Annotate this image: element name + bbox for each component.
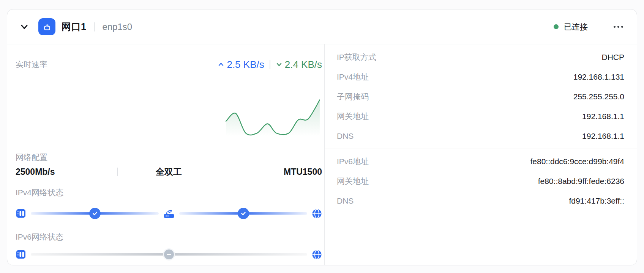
- detail-label: IPv6地址: [337, 156, 369, 167]
- detail-label: IPv4地址: [337, 72, 369, 82]
- chevron-down-icon: [19, 22, 29, 32]
- interface-title: 网口1: [62, 20, 86, 33]
- detail-value: 192.168.1.1: [582, 112, 624, 121]
- ethernet-port-icon: [38, 18, 55, 35]
- detail-value: fe80::ddc6:9cce:d99b:49f4: [530, 157, 624, 166]
- detail-row: 子网掩码 255.255.255.0: [325, 87, 637, 107]
- router-icon: [163, 208, 175, 219]
- chevron-up-icon: [218, 61, 224, 68]
- card-body: 实时速率 2.5 KB/s 2.4 KB/s: [7, 44, 637, 265]
- detail-row: 网关地址 192.168.1.1: [325, 107, 637, 126]
- link-segment-device-router: [31, 212, 159, 215]
- detail-value: 192.168.1.131: [573, 72, 624, 82]
- globe-icon: [312, 249, 322, 260]
- right-panel: IP获取方式 DHCP IPv4地址 192.168.1.131 子网掩码 25…: [324, 44, 637, 265]
- left-panel: 实时速率 2.5 KB/s 2.4 KB/s: [7, 44, 324, 265]
- globe-icon: [312, 209, 322, 219]
- detail-value: fd91:417b:3eff::: [569, 196, 624, 206]
- link-segment-router-internet: [179, 212, 307, 215]
- chevron-down-icon: [276, 61, 283, 68]
- speed-values: 2.5 KB/s 2.4 KB/s: [218, 59, 322, 71]
- collapse-button[interactable]: [19, 21, 30, 33]
- card-header: 网口1 enp1s0 已连接: [7, 9, 637, 44]
- duplex-mode: 全双工: [118, 166, 219, 178]
- ipv4-status-line: [16, 207, 322, 220]
- detail-label: DNS: [337, 196, 354, 206]
- upload-speed: 2.5 KB/s: [218, 59, 264, 71]
- detail-value: DHCP: [601, 53, 624, 62]
- detail-row: IP获取方式 DHCP: [325, 47, 637, 67]
- ipv4-ipv6-divider: [325, 149, 637, 149]
- network-config-label: 网络配置: [16, 152, 322, 163]
- upload-speed-value: 2.5 KB/s: [227, 59, 264, 71]
- detail-row: DNS fd91:417b:3eff::: [325, 191, 637, 211]
- download-speed: 2.4 KB/s: [276, 59, 322, 71]
- detail-row: IPv6地址 fe80::ddc6:9cce:d99b:49f4: [325, 152, 637, 171]
- detail-label: DNS: [337, 132, 354, 141]
- check-circle-icon: [89, 208, 101, 219]
- network-interface-card: 网口1 enp1s0 已连接 实时速率 2.5 KB/s: [7, 9, 637, 265]
- dash-circle-icon: [163, 248, 175, 260]
- interface-device-name: enp1s0: [102, 22, 132, 32]
- speed-chart: [16, 91, 322, 136]
- link-speed: 2500Mb/s: [16, 167, 117, 177]
- realtime-speed-row: 实时速率 2.5 KB/s 2.4 KB/s: [16, 58, 322, 71]
- header-divider: [94, 22, 95, 31]
- more-menu-button[interactable]: [611, 24, 625, 30]
- mtu-value: MTU1500: [220, 167, 322, 177]
- ipv6-status-line: [16, 248, 322, 260]
- header-right: 已连接: [554, 22, 625, 32]
- ipv4-status-label: IPv4网络状态: [16, 187, 322, 198]
- speed-separator: [270, 60, 270, 69]
- link-segment-ipv6: [31, 253, 307, 256]
- detail-label: 子网掩码: [337, 91, 369, 102]
- detail-value: fe80::8abd:9ff:fede:6236: [538, 177, 624, 186]
- nas-device-icon: [16, 249, 26, 260]
- detail-label: 网关地址: [337, 176, 369, 187]
- detail-label: IP获取方式: [337, 52, 376, 63]
- check-circle-icon: [238, 208, 249, 219]
- detail-row: 网关地址 fe80::8abd:9ff:fede:6236: [325, 171, 637, 191]
- network-config-row: 2500Mb/s 全双工 MTU1500: [16, 166, 322, 178]
- detail-label: 网关地址: [337, 111, 369, 122]
- detail-row: DNS 192.168.1.1: [325, 126, 637, 146]
- status-dot: [554, 24, 559, 29]
- ipv6-status-label: IPv6网络状态: [16, 232, 322, 242]
- detail-value: 192.168.1.1: [582, 132, 624, 141]
- detail-value: 255.255.255.0: [573, 92, 624, 101]
- status-badge: 已连接: [564, 22, 588, 32]
- header-left: 网口1 enp1s0: [19, 18, 132, 35]
- download-speed-value: 2.4 KB/s: [285, 59, 322, 71]
- nas-device-icon: [16, 208, 26, 219]
- detail-row: IPv4地址 192.168.1.131: [325, 67, 637, 87]
- realtime-speed-label: 实时速率: [16, 59, 47, 70]
